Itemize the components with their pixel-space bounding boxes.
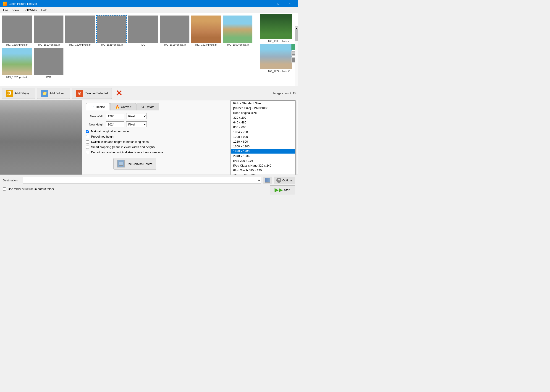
list-item[interactable]: IMG_1520~photo.tif: [65, 15, 95, 46]
thumbnail-image: [191, 15, 221, 43]
no-upscale-checkbox[interactable]: [86, 151, 89, 154]
size-option-original[interactable]: Keep original size: [231, 111, 295, 115]
thumbnail-image: [65, 15, 95, 43]
list-item[interactable]: IMG_1623~photo.tif: [191, 15, 221, 46]
menu-help[interactable]: Help: [39, 8, 50, 12]
width-input[interactable]: [106, 113, 124, 119]
images-count: Images count: 15: [273, 91, 296, 95]
tab-rotate[interactable]: ↺ Rotate: [136, 103, 159, 111]
scroll-thumb[interactable]: [295, 30, 298, 41]
folder-structure-checkbox[interactable]: [3, 187, 6, 190]
switch-wh-checkbox[interactable]: [86, 140, 89, 144]
menu-file[interactable]: File: [1, 8, 10, 12]
switch-wh-label: Switch width and height to match long si…: [91, 140, 148, 144]
clear-icon: ✕: [115, 89, 122, 98]
canvas-resize-icon: [117, 160, 125, 168]
standard-size-list[interactable]: Pick a Standard Size [Screen Size] - 192…: [231, 101, 295, 175]
sidebar-thumbnail-image[interactable]: [260, 14, 292, 39]
start-button[interactable]: ▶▶ Start: [270, 185, 295, 194]
folder-structure-row: Use folder structure in output folder: [3, 187, 54, 191]
menubar: File View SoftOrbits Help: [0, 7, 298, 13]
size-option-640x480[interactable]: 640 x 480: [231, 120, 295, 125]
smart-crop-checkbox[interactable]: [86, 146, 89, 149]
thumbnail-image: [128, 15, 158, 43]
tab-convert[interactable]: 🔥 Convert: [110, 103, 136, 111]
add-folder-button[interactable]: 📁 Add Folder...: [37, 88, 70, 99]
size-option-ipod220[interactable]: iPod 220 x 176: [231, 158, 295, 163]
predefined-height-label: Predefined height: [91, 135, 114, 138]
size-option-1920x1200[interactable]: 1920 x 1200: [231, 149, 295, 154]
sidebar-thumbnail-label: IMG_1774~photo.tif: [260, 70, 297, 73]
remove-icon: ⊘: [76, 90, 83, 97]
canvas-resize-button[interactable]: Use Canvas Resize: [113, 158, 156, 169]
height-input[interactable]: [106, 121, 124, 127]
thumbnail-label: IMG_1623~photo.tif: [191, 43, 221, 46]
add-folder-icon: 📁: [41, 90, 48, 97]
size-option-iphone480[interactable]: iPhone 480 x 320: [231, 173, 295, 175]
size-option-screen[interactable]: [Screen Size] - 1920x1080: [231, 106, 295, 111]
tab-rotate-label: Rotate: [146, 105, 154, 109]
predefined-height-checkbox[interactable]: [86, 135, 89, 138]
size-option-800x600[interactable]: 800 x 600: [231, 125, 295, 130]
no-upscale-label: Do not resize when original size is less…: [91, 151, 163, 154]
list-item[interactable]: IMG_1521~photo.tif: [97, 15, 127, 46]
thumbnail-image: [223, 15, 252, 43]
size-option-2048x1536[interactable]: 2048 x 1536: [231, 154, 295, 158]
clear-button[interactable]: ✕: [114, 88, 124, 99]
list-item[interactable]: IMG: [128, 15, 158, 46]
minimize-button[interactable]: —: [262, 0, 272, 7]
thumbnail-label: IMG_1615~photo.tif: [2, 43, 32, 46]
standard-size-dropdown: Pick a Standard Size [Screen Size] - 192…: [231, 100, 296, 175]
size-option-1024x768[interactable]: 1024 x 768: [231, 130, 295, 134]
destination-select[interactable]: [23, 177, 261, 183]
scroll-up-button[interactable]: ▲: [295, 27, 298, 30]
size-option-320x200[interactable]: 320 x 200: [231, 115, 295, 120]
start-icon: ▶▶: [275, 187, 283, 193]
width-unit-select[interactable]: Pixel Percent Inch Cm: [126, 113, 147, 119]
list-item[interactable]: IMG_1652~photo.tif: [2, 48, 32, 78]
image-gallery: IMG_1615~photo.tif IMG_1519~photo.tif IM…: [0, 13, 298, 86]
list-item[interactable]: IMG_1519~photo.tif: [34, 15, 63, 46]
maintain-aspect-label: Maintain original aspect ratio: [91, 130, 129, 133]
list-item[interactable]: IMG_1650~photo.tif: [223, 15, 252, 46]
destination-label: Destination: [3, 179, 21, 182]
size-option-ipod320[interactable]: iPod Classic/Nano 320 x 240: [231, 163, 295, 168]
sidebar-thumbnail-image[interactable]: [260, 44, 292, 69]
tab-resize[interactable]: ↔ Resize: [86, 103, 110, 111]
close-button[interactable]: ✕: [285, 0, 295, 7]
menu-softorbits[interactable]: SoftOrbits: [21, 8, 39, 12]
list-item[interactable]: IMG: [34, 48, 63, 78]
size-option-1200x900[interactable]: 1200 x 900: [231, 134, 295, 139]
scroll-track[interactable]: [295, 30, 298, 86]
resize-tab-icon: ↔: [91, 105, 94, 109]
size-option-header[interactable]: Pick a Standard Size: [231, 101, 295, 106]
add-files-icon: 🖼: [6, 90, 13, 97]
thumbnail-label: IMG_1652~photo.tif: [2, 76, 32, 78]
options-label: Options: [282, 179, 293, 182]
options-button[interactable]: ⚙ Options: [274, 177, 295, 184]
size-option-1280x800[interactable]: 1280 x 800: [231, 139, 295, 144]
destination-browse-button[interactable]: [263, 177, 272, 184]
titlebar-controls: — □ ✕: [262, 0, 295, 7]
size-option-1600x1200[interactable]: 1600 x 1200: [231, 144, 295, 149]
maximize-button[interactable]: □: [273, 0, 284, 7]
list-item[interactable]: IMG_1615~photo.tif: [2, 15, 32, 46]
menu-view[interactable]: View: [10, 8, 21, 12]
thumbnail-label: IMG_1519~photo.tif: [34, 43, 63, 46]
thumbnail-image: [34, 48, 63, 75]
standard-size-dropdown-container: Pick a Standard Size [Screen Size] - 192…: [231, 100, 296, 175]
maintain-aspect-checkbox[interactable]: [86, 130, 89, 133]
height-unit-select[interactable]: Pixel Percent Inch Cm: [126, 121, 147, 127]
tab-convert-label: Convert: [121, 105, 131, 109]
add-files-button[interactable]: 🖼 Add File(s)...: [2, 88, 35, 99]
gallery-sidebar: IMG_1539~photo.tif: [259, 13, 298, 86]
destination-row: Destination ⚙ Options: [3, 177, 295, 184]
canvas-resize-label: Use Canvas Resize: [127, 162, 152, 166]
add-folder-label: Add Folder...: [49, 91, 66, 95]
smart-crop-label: Smart cropping (result in exact width an…: [91, 145, 155, 149]
list-item[interactable]: IMG_1615~photo.tif: [160, 15, 190, 46]
convert-tab-icon: 🔥: [115, 105, 120, 109]
thumbnail-label: IMG: [128, 43, 158, 46]
size-option-ipodtouch[interactable]: iPod Touch 480 x 320: [231, 168, 295, 173]
remove-selected-button[interactable]: ⊘ Remove Selected: [72, 88, 112, 99]
